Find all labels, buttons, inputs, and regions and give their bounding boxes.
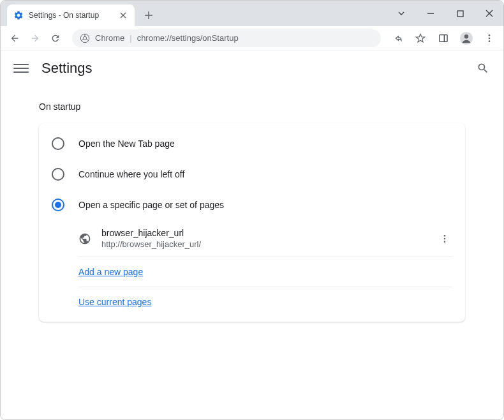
tab-title: Settings - On startup — [29, 11, 99, 20]
omnibox-divider: | — [130, 33, 131, 43]
menu-icon[interactable] — [480, 29, 498, 47]
chevron-down-icon[interactable] — [392, 4, 410, 22]
page-name: browser_hijacker_url — [101, 228, 427, 238]
more-options-button[interactable] — [437, 231, 452, 246]
window-controls — [392, 1, 498, 26]
globe-icon — [78, 232, 91, 245]
svg-point-7 — [489, 37, 491, 39]
profile-icon[interactable] — [457, 29, 475, 47]
browser-tab[interactable]: Settings - On startup — [7, 4, 135, 26]
svg-point-10 — [444, 237, 446, 239]
svg-point-11 — [444, 241, 446, 243]
add-page-row: Add a new page — [78, 257, 452, 287]
svg-point-2 — [83, 36, 86, 40]
titlebar: Settings - On startup — [1, 1, 503, 26]
gear-icon — [13, 10, 24, 20]
forward-button[interactable] — [26, 29, 44, 47]
svg-point-6 — [489, 34, 491, 36]
hamburger-menu[interactable] — [13, 61, 29, 76]
maximize-button[interactable] — [451, 4, 469, 22]
radio-icon — [52, 137, 64, 150]
radio-continue[interactable]: Continue where you left off — [39, 159, 465, 190]
radio-icon — [52, 168, 64, 181]
toolbar-actions — [389, 29, 498, 47]
share-icon[interactable] — [389, 29, 406, 47]
page-url: http://browser_hijacker_url/ — [101, 239, 427, 249]
add-page-link[interactable]: Add a new page — [78, 267, 143, 277]
page-entry: browser_hijacker_url http://browser_hija… — [78, 220, 452, 257]
svg-point-8 — [489, 40, 491, 42]
back-button[interactable] — [6, 29, 24, 47]
specific-pages-list: browser_hijacker_url http://browser_hija… — [39, 220, 465, 317]
minimize-button[interactable] — [422, 4, 440, 22]
section-title: On startup — [39, 101, 465, 112]
new-tab-button[interactable] — [140, 6, 158, 24]
page-info: browser_hijacker_url http://browser_hija… — [101, 228, 427, 249]
radio-specific-pages[interactable]: Open a specific page or set of pages — [39, 190, 465, 220]
bookmark-icon[interactable] — [411, 29, 429, 47]
address-bar[interactable]: Chrome | chrome://settings/onStartup — [72, 29, 381, 47]
svg-rect-0 — [457, 11, 463, 17]
page-title: Settings — [41, 60, 93, 77]
omnibox-prefix: Chrome — [95, 33, 124, 43]
svg-rect-3 — [440, 34, 447, 41]
radio-label: Continue where you left off — [78, 169, 184, 179]
radio-label: Open a specific page or set of pages — [78, 200, 224, 210]
svg-point-5 — [464, 34, 468, 38]
content: On startup Open the New Tab page Continu… — [1, 86, 503, 322]
close-icon[interactable] — [118, 10, 128, 20]
radio-label: Open the New Tab page — [78, 139, 175, 149]
search-icon[interactable] — [475, 61, 491, 76]
svg-point-9 — [444, 235, 446, 237]
toolbar: Chrome | chrome://settings/onStartup — [1, 26, 503, 50]
startup-card: Open the New Tab page Continue where you… — [39, 123, 465, 322]
omnibox-url: chrome://settings/onStartup — [137, 33, 239, 43]
use-current-link[interactable]: Use current pages — [78, 297, 151, 307]
settings-header: Settings — [1, 50, 503, 86]
reload-button[interactable] — [47, 29, 64, 47]
close-button[interactable] — [480, 4, 498, 22]
sidepanel-icon[interactable] — [434, 29, 452, 47]
radio-icon-selected — [52, 199, 64, 211]
chrome-icon — [80, 33, 90, 43]
use-current-row: Use current pages — [78, 287, 452, 317]
radio-new-tab[interactable]: Open the New Tab page — [39, 128, 465, 159]
